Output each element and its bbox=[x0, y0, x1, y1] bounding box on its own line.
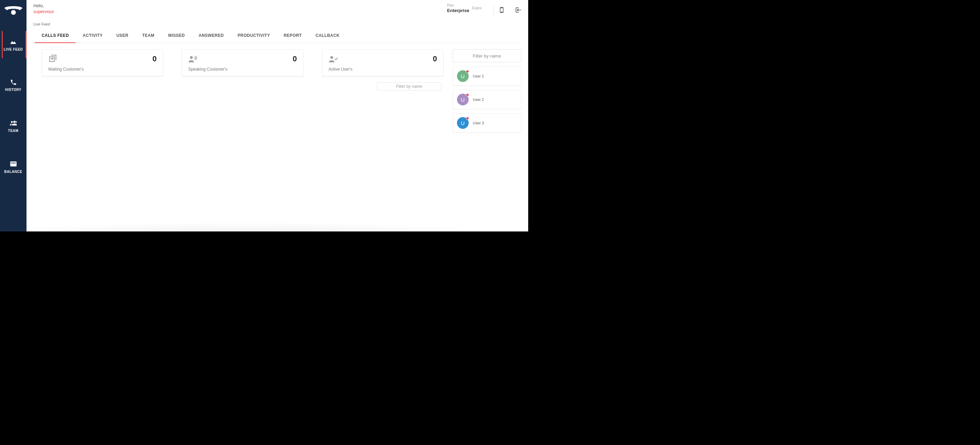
tab-missed[interactable]: MISSED bbox=[161, 30, 192, 43]
tab-productivity[interactable]: PRODUCTIVITY bbox=[231, 30, 277, 43]
nav-item-balance[interactable]: BALANCE bbox=[0, 160, 27, 174]
stat-card-speaking: 0 Speaking Customer's bbox=[182, 49, 303, 76]
users-panel: U User 1 U User 2 U bbox=[452, 49, 521, 231]
avatar: U bbox=[457, 94, 469, 105]
stat-label: Active User's bbox=[329, 67, 437, 72]
nav-label: BALANCE bbox=[4, 170, 22, 174]
main: Hello, supervisor Plan Enterprise Expire bbox=[27, 0, 528, 231]
user-card[interactable]: U User 2 bbox=[452, 90, 521, 109]
logout-icon[interactable] bbox=[515, 6, 522, 13]
expire-label: Expire bbox=[472, 6, 482, 10]
avatar: U bbox=[457, 117, 469, 129]
app-logo bbox=[4, 5, 23, 17]
tab-team[interactable]: TEAM bbox=[135, 30, 161, 43]
active-user-icon bbox=[329, 54, 338, 63]
hello-text: Hello, bbox=[33, 3, 447, 8]
nav: LIVE FEED HISTORY TEAM BALANCE bbox=[0, 38, 27, 174]
user-name: User 2 bbox=[473, 97, 484, 102]
status-dot-icon bbox=[466, 70, 469, 73]
avatar-initial: U bbox=[461, 97, 465, 103]
team-add-icon bbox=[10, 119, 17, 127]
filter-by-name-pill[interactable] bbox=[377, 82, 441, 91]
svg-point-0 bbox=[11, 10, 16, 15]
svg-point-2 bbox=[330, 56, 333, 59]
stat-label: Waiting Customer's bbox=[48, 67, 157, 72]
tab-user[interactable]: USER bbox=[110, 30, 135, 43]
stat-card-waiting: 0 Waiting Customer's bbox=[41, 49, 163, 76]
username: supervisor bbox=[33, 9, 447, 14]
tab-calls-feed[interactable]: CALLS FEED bbox=[35, 30, 76, 43]
content-left: 0 Waiting Customer's 0 Speaking Customer… bbox=[41, 49, 444, 231]
tab-activity[interactable]: ACTIVITY bbox=[76, 30, 110, 43]
topbar-icons bbox=[499, 3, 522, 14]
stat-value: 0 bbox=[153, 54, 157, 63]
users-filter[interactable] bbox=[452, 49, 521, 62]
subheader: Live Feed CALLS FEED ACTIVITY USER TEAM … bbox=[27, 17, 528, 43]
topbar: Hello, supervisor Plan Enterprise Expire bbox=[27, 0, 528, 17]
mobile-icon[interactable] bbox=[499, 5, 505, 14]
divider bbox=[493, 5, 494, 17]
greeting: Hello, supervisor bbox=[33, 3, 447, 14]
user-card[interactable]: U User 1 bbox=[452, 67, 521, 86]
user-card[interactable]: U User 3 bbox=[452, 113, 521, 132]
nav-item-team[interactable]: TEAM bbox=[0, 119, 27, 132]
user-name: User 1 bbox=[473, 74, 484, 78]
credit-card-icon bbox=[10, 160, 17, 168]
avatar-initial: U bbox=[461, 120, 465, 126]
status-dot-icon bbox=[466, 93, 469, 96]
tab-callback[interactable]: CALLBACK bbox=[309, 30, 347, 43]
content: 0 Waiting Customer's 0 Speaking Customer… bbox=[27, 43, 528, 231]
nav-item-history[interactable]: HISTORY bbox=[0, 79, 27, 92]
tab-answered[interactable]: ANSWERED bbox=[192, 30, 231, 43]
inline-filter bbox=[41, 82, 444, 91]
nav-item-live-feed[interactable]: LIVE FEED bbox=[0, 38, 27, 51]
nav-label: TEAM bbox=[8, 129, 18, 132]
nav-label: HISTORY bbox=[5, 88, 21, 92]
plan-label: Plan bbox=[447, 3, 469, 7]
phone-icon bbox=[10, 79, 17, 86]
sidebar: LIVE FEED HISTORY TEAM BALANCE bbox=[0, 0, 27, 231]
app-shell: LIVE FEED HISTORY TEAM BALANCE bbox=[0, 0, 528, 231]
svg-point-1 bbox=[190, 56, 193, 59]
avatar: U bbox=[457, 70, 469, 82]
filter-input-inline[interactable] bbox=[383, 84, 435, 89]
stat-label: Speaking Customer's bbox=[188, 67, 297, 72]
stat-card-active: 0 Active User's bbox=[322, 49, 444, 76]
subheader-title: Live Feed bbox=[33, 22, 521, 26]
users-filter-input[interactable] bbox=[457, 53, 517, 59]
plan-value: Enterprise bbox=[447, 8, 469, 13]
stat-row: 0 Waiting Customer's 0 Speaking Customer… bbox=[41, 49, 444, 76]
timeline-icon bbox=[10, 38, 17, 45]
queue-add-icon bbox=[48, 54, 57, 63]
plan-block: Plan Enterprise Expire bbox=[447, 3, 482, 13]
nav-label: LIVE FEED bbox=[3, 48, 23, 51]
stat-value: 0 bbox=[433, 54, 437, 63]
avatar-initial: U bbox=[461, 73, 465, 79]
status-dot-icon bbox=[466, 117, 469, 120]
speaking-person-icon bbox=[188, 54, 198, 63]
stat-value: 0 bbox=[293, 54, 297, 63]
tab-report[interactable]: REPORT bbox=[277, 30, 309, 43]
user-name: User 3 bbox=[473, 121, 484, 125]
tabs: CALLS FEED ACTIVITY USER TEAM MISSED ANS… bbox=[33, 26, 521, 43]
